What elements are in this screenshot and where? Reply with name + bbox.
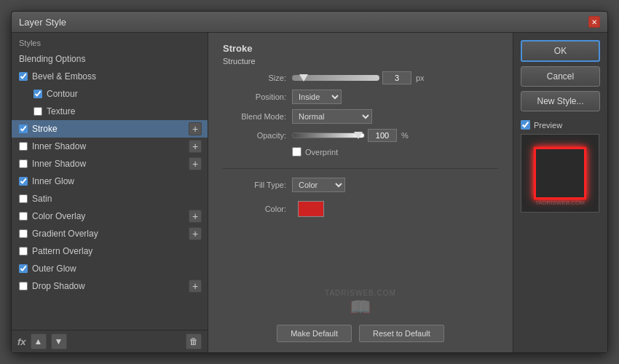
watermark-area: TADRISWEB.COM 📖 (223, 217, 498, 325)
color-swatch[interactable] (298, 201, 324, 217)
fill-type-label: Fill Type: (223, 181, 292, 189)
inner-glow-checkbox[interactable] (19, 177, 28, 186)
preview-checkbox[interactable] (521, 120, 530, 130)
color-label: Color: (223, 205, 292, 213)
styles-header: Styles (12, 33, 208, 50)
pattern-overlay-checkbox[interactable] (19, 247, 28, 256)
inner-shadow-2-label: Inner Shadow (32, 159, 186, 169)
bevel-emboss-label: Bevel & Emboss (32, 71, 202, 82)
blend-mode-label: Blend Mode: (223, 112, 292, 121)
stroke-label: Stroke (32, 124, 186, 134)
stroke-plus-button[interactable]: + (189, 122, 202, 135)
color-row: Color: (223, 201, 498, 217)
sidebar-item-outer-glow[interactable]: Outer Glow (12, 260, 208, 277)
inner-shadow-1-checkbox[interactable] (19, 142, 28, 151)
color-overlay-checkbox[interactable] (19, 212, 28, 221)
opacity-slider[interactable] (292, 132, 365, 138)
sidebar-item-color-overlay[interactable]: Color Overlay + (12, 207, 208, 225)
gradient-overlay-plus-button[interactable]: + (189, 227, 202, 240)
sidebar-item-blending-options[interactable]: Blending Options (12, 50, 208, 68)
left-panel: Styles Blending Options Bevel & Emboss C… (12, 33, 208, 352)
sidebar-item-drop-shadow[interactable]: Drop Shadow + (12, 277, 208, 295)
opacity-unit: % (401, 131, 409, 140)
size-unit: px (416, 74, 425, 82)
sidebar-item-texture[interactable]: Texture (12, 103, 208, 120)
blend-mode-select[interactable]: Normal Dissolve Multiply Screen Overlay (292, 109, 372, 124)
make-default-button[interactable]: Make Default (277, 325, 352, 342)
center-panel: Stroke Structure Size: px Position: Insi… (208, 33, 513, 352)
contour-label: Contour (47, 89, 202, 99)
blend-mode-row: Blend Mode: Normal Dissolve Multiply Scr… (223, 109, 498, 124)
move-down-button[interactable]: ▼ (51, 333, 67, 349)
sidebar-item-bevel-emboss[interactable]: Bevel & Emboss (12, 68, 208, 85)
gradient-overlay-label: Gradient Overlay (32, 229, 186, 239)
sidebar-item-inner-shadow-2[interactable]: Inner Shadow + (12, 155, 208, 173)
dialog-body: Styles Blending Options Bevel & Emboss C… (12, 33, 607, 352)
inner-glow-label: Inner Glow (32, 176, 202, 186)
inner-shadow-2-checkbox[interactable] (19, 159, 28, 168)
divider (223, 168, 498, 169)
drop-shadow-plus-button[interactable]: + (189, 280, 202, 293)
close-button[interactable]: ✕ (588, 16, 600, 28)
watermark-icon: 📖 (325, 297, 396, 317)
sub-section-title: Structure (223, 57, 498, 66)
size-slider[interactable] (292, 75, 379, 81)
drop-shadow-label: Drop Shadow (32, 281, 186, 291)
inner-shadow-1-plus-button[interactable]: + (189, 140, 202, 153)
color-overlay-plus-button[interactable]: + (189, 210, 202, 223)
overprint-row: Overprint (292, 147, 498, 157)
right-panel: OK Cancel New Style... Preview TADRISWEB… (513, 33, 607, 352)
outer-glow-label: Outer Glow (32, 264, 202, 274)
gradient-overlay-checkbox[interactable] (19, 229, 28, 238)
sidebar-item-pattern-overlay[interactable]: Pattern Overlay (12, 242, 208, 260)
sidebar-item-contour[interactable]: Contour (12, 85, 208, 103)
bevel-emboss-checkbox[interactable] (19, 72, 28, 81)
inner-shadow-2-plus-button[interactable]: + (189, 157, 202, 170)
fill-type-select[interactable]: Color Gradient Pattern (292, 178, 345, 192)
pattern-overlay-label: Pattern Overlay (32, 246, 202, 256)
reset-default-button[interactable]: Reset to Default (359, 325, 444, 342)
size-row: Size: px (223, 71, 498, 84)
dialog-title: Layer Style (19, 17, 66, 28)
preview-label-row: Preview (521, 120, 562, 130)
inner-shadow-1-label: Inner Shadow (32, 141, 186, 151)
drop-shadow-checkbox[interactable] (19, 282, 28, 290)
cancel-button[interactable]: Cancel (521, 66, 600, 87)
position-select[interactable]: Inside Outside Center (292, 90, 342, 104)
delete-button[interactable]: 🗑 (186, 333, 202, 349)
satin-label: Satin (32, 194, 202, 204)
blending-options-label: Blending Options (19, 54, 202, 64)
sidebar-item-gradient-overlay[interactable]: Gradient Overlay + (12, 225, 208, 242)
move-up-button[interactable]: ▲ (31, 333, 47, 349)
texture-label: Texture (47, 106, 202, 116)
opacity-label: Opacity: (223, 131, 292, 140)
section-title: Stroke (223, 43, 498, 54)
styles-list: Blending Options Bevel & Emboss Contour … (12, 50, 208, 330)
size-input[interactable] (382, 71, 411, 84)
opacity-input[interactable] (368, 129, 397, 142)
fx-label: fx (17, 336, 26, 347)
title-bar: Layer Style ✕ (12, 12, 607, 33)
new-style-button[interactable]: New Style... (521, 91, 600, 111)
ok-button[interactable]: OK (521, 40, 600, 62)
outer-glow-checkbox[interactable] (19, 264, 28, 273)
sidebar-item-inner-shadow-1[interactable]: Inner Shadow + (12, 138, 208, 155)
preview-rect (534, 147, 586, 199)
preview-canvas: TADRISWEB.COM (521, 134, 599, 213)
satin-checkbox[interactable] (19, 194, 28, 203)
size-slider-thumb (299, 74, 308, 82)
overprint-checkbox[interactable] (292, 147, 301, 157)
layer-style-dialog: Layer Style ✕ Styles Blending Options Be… (11, 11, 608, 353)
sidebar-item-satin[interactable]: Satin (12, 190, 208, 207)
left-panel-footer: fx ▲ ▼ 🗑 (12, 330, 208, 352)
opacity-slider-thumb (354, 132, 363, 139)
watermark-text: TADRISWEB.COM (325, 289, 396, 297)
watermark: TADRISWEB.COM 📖 (325, 289, 396, 317)
sidebar-item-inner-glow[interactable]: Inner Glow (12, 173, 208, 190)
contour-checkbox[interactable] (33, 90, 42, 98)
opacity-row: Opacity: % (223, 129, 498, 142)
position-label: Position: (223, 92, 292, 101)
sidebar-item-stroke[interactable]: Stroke + (12, 120, 208, 138)
stroke-checkbox[interactable] (19, 124, 28, 133)
texture-checkbox[interactable] (33, 107, 42, 116)
